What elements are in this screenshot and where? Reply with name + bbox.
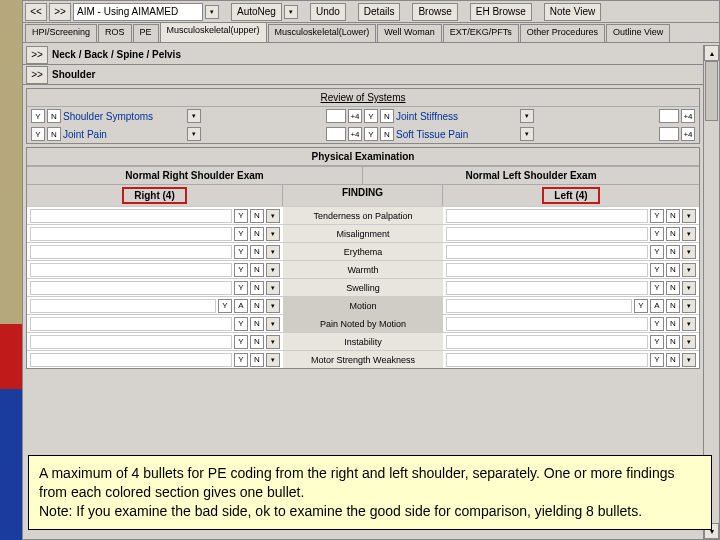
tab-outline[interactable]: Outline View xyxy=(606,24,670,42)
ros-btn[interactable]: +4 xyxy=(681,109,695,123)
ros-y-check[interactable]: Y xyxy=(364,127,378,141)
finding-y-check[interactable]: Y xyxy=(650,335,664,349)
finding-n-check[interactable]: N xyxy=(666,263,680,277)
ros-dd[interactable]: ▾ xyxy=(520,127,534,141)
finding-n-check[interactable]: N xyxy=(250,335,264,349)
forward-button[interactable]: >> xyxy=(49,3,71,21)
finding-y-check[interactable]: Y xyxy=(650,263,664,277)
breadcrumb-nav-1[interactable]: >> xyxy=(26,46,48,64)
ros-dd[interactable]: ▾ xyxy=(520,109,534,123)
finding-dropdown[interactable]: ▾ xyxy=(682,353,696,367)
ros-mini[interactable] xyxy=(659,109,679,123)
finding-y-check[interactable]: Y xyxy=(234,227,248,241)
finding-n-check[interactable]: N xyxy=(666,299,680,313)
finding-n-check[interactable]: N xyxy=(666,281,680,295)
finding-input[interactable] xyxy=(30,281,232,295)
finding-y-check[interactable]: Y xyxy=(218,299,232,313)
details-button[interactable]: Details xyxy=(358,3,401,21)
finding-n-check[interactable]: N xyxy=(250,245,264,259)
ros-mini[interactable] xyxy=(659,127,679,141)
pe-normal-right[interactable]: Normal Right Shoulder Exam xyxy=(27,167,363,184)
finding-n-check[interactable]: N xyxy=(666,317,680,331)
finding-dropdown[interactable]: ▾ xyxy=(682,209,696,223)
finding-dropdown[interactable]: ▾ xyxy=(682,281,696,295)
finding-dropdown[interactable]: ▾ xyxy=(266,227,280,241)
finding-n-check[interactable]: N xyxy=(250,209,264,223)
finding-input[interactable] xyxy=(30,299,216,313)
finding-y-check[interactable]: Y xyxy=(234,263,248,277)
finding-n-check[interactable]: N xyxy=(666,227,680,241)
finding-n-check[interactable]: N xyxy=(250,227,264,241)
ros-n-check[interactable]: N xyxy=(380,127,394,141)
finding-input[interactable] xyxy=(446,281,648,295)
finding-input[interactable] xyxy=(446,317,648,331)
finding-input[interactable] xyxy=(30,317,232,331)
finding-dropdown[interactable]: ▾ xyxy=(682,299,696,313)
tab-musc-upper[interactable]: Musculoskeletal(upper) xyxy=(160,22,267,42)
finding-dropdown[interactable]: ▾ xyxy=(266,263,280,277)
breadcrumb-nav-2[interactable]: >> xyxy=(26,66,48,84)
finding-input[interactable] xyxy=(30,245,232,259)
finding-y-check[interactable]: Y xyxy=(634,299,648,313)
back-button[interactable]: << xyxy=(25,3,47,21)
ros-n-check[interactable]: N xyxy=(380,109,394,123)
tab-other-proc[interactable]: Other Procedures xyxy=(520,24,605,42)
ehbrowse-button[interactable]: EH Browse xyxy=(470,3,532,21)
finding-n-check[interactable]: N xyxy=(250,263,264,277)
ros-mini[interactable] xyxy=(326,127,346,141)
finding-input[interactable] xyxy=(30,353,232,367)
undo-button[interactable]: Undo xyxy=(310,3,346,21)
ros-y-check[interactable]: Y xyxy=(31,109,45,123)
tab-well-woman[interactable]: Well Woman xyxy=(377,24,442,42)
finding-n-check[interactable]: N xyxy=(250,299,264,313)
finding-y-check[interactable]: Y xyxy=(234,209,248,223)
finding-dropdown[interactable]: ▾ xyxy=(682,245,696,259)
ros-n-check[interactable]: N xyxy=(47,109,61,123)
finding-y-check[interactable]: Y xyxy=(650,245,664,259)
tab-ext[interactable]: EXT/EKG/PFTs xyxy=(443,24,519,42)
finding-input[interactable] xyxy=(30,209,232,223)
finding-y-check[interactable]: Y xyxy=(234,245,248,259)
browse-button[interactable]: Browse xyxy=(412,3,457,21)
finding-y-check[interactable]: Y xyxy=(650,281,664,295)
finding-input[interactable] xyxy=(446,209,648,223)
finding-dropdown[interactable]: ▾ xyxy=(682,263,696,277)
finding-dropdown[interactable]: ▾ xyxy=(266,317,280,331)
finding-n-check[interactable]: N xyxy=(666,209,680,223)
finding-dropdown[interactable]: ▾ xyxy=(682,227,696,241)
finding-y-check[interactable]: Y xyxy=(650,209,664,223)
finding-n-check[interactable]: N xyxy=(666,245,680,259)
finding-input[interactable] xyxy=(30,335,232,349)
scroll-thumb[interactable] xyxy=(705,61,718,121)
finding-n-check[interactable]: N xyxy=(250,281,264,295)
finding-input[interactable] xyxy=(446,353,648,367)
finding-a-check[interactable]: A xyxy=(650,299,664,313)
ros-btn[interactable]: +4 xyxy=(348,109,362,123)
ros-n-check[interactable]: N xyxy=(47,127,61,141)
finding-input[interactable] xyxy=(446,245,648,259)
autoneg-button[interactable]: AutoNeg xyxy=(231,3,282,21)
tab-musc-lower[interactable]: Musculoskeletal(Lower) xyxy=(268,24,377,42)
finding-n-check[interactable]: N xyxy=(666,335,680,349)
finding-y-check[interactable]: Y xyxy=(234,281,248,295)
ros-btn[interactable]: +4 xyxy=(681,127,695,141)
autoneg-dropdown[interactable]: ▾ xyxy=(284,5,298,19)
tab-pe[interactable]: PE xyxy=(133,24,159,42)
finding-y-check[interactable]: Y xyxy=(650,227,664,241)
finding-n-check[interactable]: N xyxy=(250,317,264,331)
noteview-button[interactable]: Note View xyxy=(544,3,601,21)
tab-ros[interactable]: ROS xyxy=(98,24,132,42)
ros-item-shoulder-symptoms[interactable]: Shoulder Symptoms xyxy=(63,111,185,122)
finding-input[interactable] xyxy=(446,335,648,349)
scroll-up-button[interactable]: ▴ xyxy=(704,45,719,61)
pe-normal-left[interactable]: Normal Left Shoulder Exam xyxy=(363,167,699,184)
finding-n-check[interactable]: N xyxy=(666,353,680,367)
tab-hpi[interactable]: HPI/Screening xyxy=(25,24,97,42)
finding-dropdown[interactable]: ▾ xyxy=(266,245,280,259)
finding-y-check[interactable]: Y xyxy=(234,317,248,331)
finding-n-check[interactable]: N xyxy=(250,353,264,367)
finding-y-check[interactable]: Y xyxy=(234,335,248,349)
finding-dropdown[interactable]: ▾ xyxy=(266,299,280,313)
finding-input[interactable] xyxy=(446,299,632,313)
finding-dropdown[interactable]: ▾ xyxy=(266,209,280,223)
